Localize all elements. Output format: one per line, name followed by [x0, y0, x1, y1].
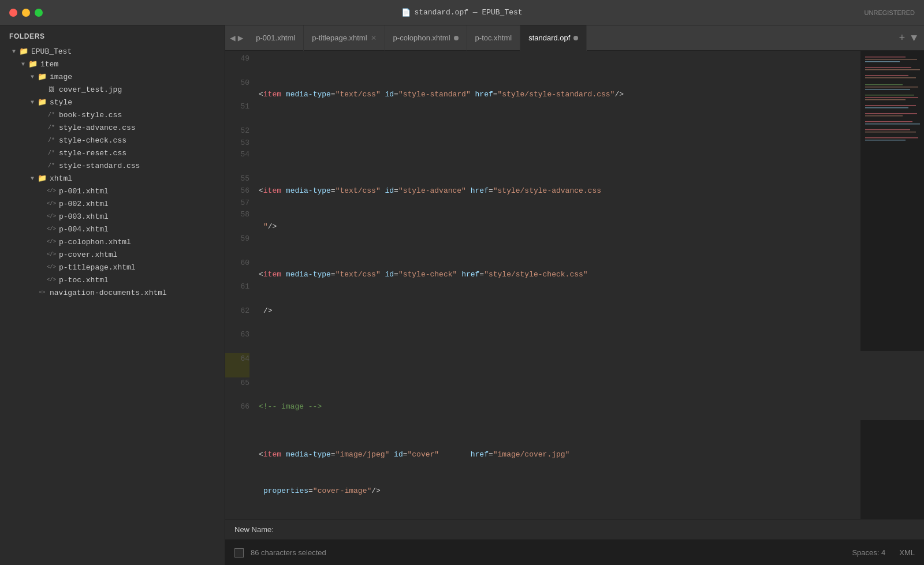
titlebar: 📄 standard.opf — EPUB_Test UNREGISTERED [0, 0, 924, 25]
sidebar-item-epub-test[interactable]: ▼ 📁 EPUB_Test [0, 45, 225, 58]
sidebar-item-style[interactable]: ▼ 📁 style [0, 96, 225, 108]
svg-rect-10 [865, 89, 910, 90]
tab-next-icon[interactable]: ▶ [238, 32, 244, 44]
minimize-button[interactable] [22, 9, 30, 17]
sidebar-item-style-check-css[interactable]: ▼ /* style-check.css [0, 134, 225, 147]
chevron-down-icon: ▼ [28, 72, 37, 81]
tab-standard-opf[interactable]: standard.opf [520, 25, 587, 51]
svg-rect-2 [865, 59, 917, 60]
window-title: 📄 standard.opf — EPUB_Test [401, 8, 522, 17]
sidebar-item-book-style-css[interactable]: ▼ /* book-style.css [0, 108, 225, 121]
folder-icon: 📁 [37, 72, 47, 82]
selection-checkbox[interactable] [234, 548, 244, 557]
html-file-icon: </> [46, 211, 57, 222]
sidebar-item-style-reset-css[interactable]: ▼ /* style-reset.css [0, 147, 225, 159]
svg-rect-8 [865, 84, 903, 85]
status-right: Spaces: 4 XML [852, 548, 915, 557]
maximize-button[interactable] [35, 9, 43, 17]
svg-rect-6 [865, 75, 908, 76]
html-file-icon: </> [46, 249, 57, 260]
folder-icon: 📁 [18, 46, 29, 57]
code-line-54: <item media-type="image/jpeg" id="cover"… [254, 449, 860, 461]
svg-rect-17 [865, 115, 903, 117]
html-file-icon: </> [46, 186, 57, 196]
tab-p-colophon-xhtml[interactable]: p-colophon.xhtml [385, 25, 467, 51]
svg-rect-16 [865, 113, 917, 114]
chevron-down-icon: ▼ [9, 47, 18, 56]
sidebar-item-p-titlepage-xhtml[interactable]: ▼ </> p-titlepage.xhtml [0, 261, 225, 274]
html-file-icon: </> [46, 275, 57, 285]
css-file-icon: /* [46, 122, 57, 133]
svg-rect-19 [865, 124, 920, 125]
sidebar-item-p-004-xhtml[interactable]: ▼ </> p-004.xhtml [0, 223, 225, 235]
tab-menu-icon[interactable]: ▼ [911, 32, 917, 44]
tab-prev-icon[interactable]: ◀ [230, 32, 236, 44]
svg-rect-22 [865, 137, 918, 139]
tab-actions: + ▼ [899, 32, 924, 44]
svg-rect-7 [865, 77, 916, 78]
svg-rect-11 [865, 95, 914, 96]
code-line-53: <!-- image --> [254, 401, 860, 413]
svg-rect-13 [865, 99, 906, 100]
chevron-down-icon: ▼ [28, 98, 37, 107]
new-name-label: New Name: [234, 525, 274, 534]
tab-p-001-xhtml[interactable]: p-001.xhtml [248, 25, 304, 51]
sidebar-item-p-toc-xhtml[interactable]: ▼ </> p-toc.xhtml [0, 274, 225, 286]
spaces-label[interactable]: Spaces: 4 [852, 548, 885, 557]
code-line-52 [254, 353, 860, 365]
sidebar-item-cover-test-jpg[interactable]: ▼ 🖼 cover_test.jpg [0, 83, 225, 96]
tab-dirty-indicator [454, 36, 459, 40]
sidebar-item-xhtml[interactable]: ▼ 📁 xhtml [0, 172, 225, 185]
svg-rect-15 [865, 107, 908, 108]
sidebar-item-p-colophon-xhtml[interactable]: ▼ </> p-colophon.xhtml [0, 235, 225, 248]
folder-icon: 📁 [37, 173, 47, 184]
status-left: 86 characters selected [234, 548, 326, 557]
sidebar-item-p-002-xhtml[interactable]: ▼ </> p-002.xhtml [0, 197, 225, 210]
sidebar-item-p-cover-xhtml[interactable]: ▼ </> p-cover.xhtml [0, 248, 225, 261]
tab-close-icon[interactable]: ✕ [371, 34, 377, 42]
html-file-icon: </> [46, 224, 57, 234]
html-file-icon: </> [46, 262, 57, 272]
css-file-icon: /* [46, 110, 57, 120]
svg-rect-18 [865, 121, 912, 122]
sidebar-item-navigation-documents[interactable]: ▼ <> navigation-documents.xhtml [0, 286, 225, 299]
sidebar: FOLDERS ▼ 📁 EPUB_Test ▼ 📁 item ▼ 📁 image… [0, 25, 225, 565]
code-line-50b: "/> [254, 221, 860, 233]
selected-text-label: 86 characters selected [251, 548, 326, 557]
svg-rect-1 [865, 57, 906, 58]
code-editor[interactable]: <item media-type="text/css" id="style-st… [254, 51, 860, 519]
svg-rect-3 [865, 61, 900, 62]
code-line-49b [254, 137, 860, 149]
sidebar-header: FOLDERS [0, 25, 225, 45]
svg-rect-5 [865, 69, 920, 70]
editor-scroll[interactable]: 49 50 51 52 53 54 55 56 57 58 [225, 51, 924, 519]
add-tab-icon[interactable]: + [899, 32, 905, 44]
new-name-bar: New Name: [225, 519, 924, 540]
sidebar-item-image[interactable]: ▼ 📁 image [0, 70, 225, 83]
unregistered-label: UNREGISTERED [865, 9, 915, 16]
css-file-icon: /* [46, 160, 57, 171]
sidebar-item-item[interactable]: ▼ 📁 item [0, 58, 225, 70]
svg-rect-21 [865, 132, 916, 133]
svg-rect-4 [865, 67, 911, 68]
sidebar-item-p-001-xhtml[interactable]: ▼ </> p-001.xhtml [0, 185, 225, 197]
svg-rect-9 [865, 87, 918, 88]
svg-rect-20 [865, 129, 910, 130]
tab-p-titlepage-xhtml[interactable]: p-titlepage.xhtml ✕ [304, 25, 385, 51]
sidebar-item-style-advance-css[interactable]: ▼ /* style-advance.css [0, 121, 225, 134]
language-label[interactable]: XML [899, 548, 915, 557]
tab-dirty-indicator [573, 36, 578, 40]
editor-main[interactable]: 49 50 51 52 53 54 55 56 57 58 [225, 51, 924, 519]
svg-rect-0 [860, 51, 924, 519]
close-button[interactable] [9, 9, 17, 17]
svg-rect-14 [865, 105, 916, 106]
editor-container: 49 50 51 52 53 54 55 56 57 58 [225, 51, 924, 519]
tab-p-toc-xhtml[interactable]: p-toc.xhtml [467, 25, 521, 51]
code-line-49: <item media-type="text/css" id="style-st… [254, 89, 860, 101]
tab-navigation[interactable]: ◀ ▶ [225, 32, 248, 44]
html-file-icon: </> [46, 237, 57, 247]
sidebar-item-style-standard-css[interactable]: ▼ /* style-standard.css [0, 159, 225, 172]
svg-rect-23 [865, 140, 906, 141]
window-controls [9, 9, 43, 17]
sidebar-item-p-003-xhtml[interactable]: ▼ </> p-003.xhtml [0, 210, 225, 223]
